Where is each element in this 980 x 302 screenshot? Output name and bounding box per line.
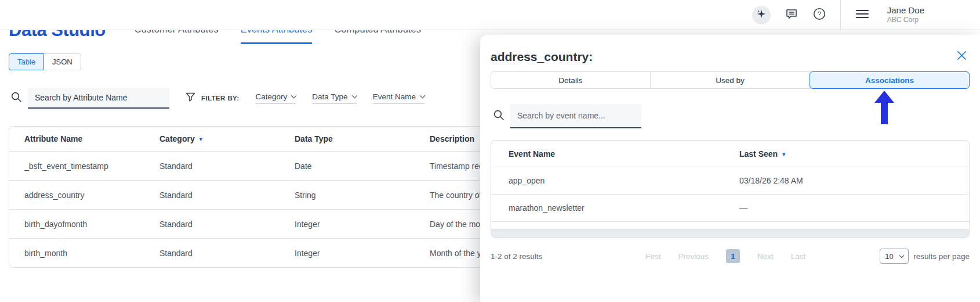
events-table: Event Name Last Seen▼ app_open 03/18/26 … xyxy=(491,140,970,238)
data-type-filter-label: Data Type xyxy=(312,92,347,101)
attribute-detail-modal: address_country: Details Used by Associa… xyxy=(480,35,980,302)
topbar-divider xyxy=(840,0,841,30)
tab-details[interactable]: Details xyxy=(491,72,651,88)
tab-used-by[interactable]: Used by xyxy=(651,72,810,88)
last-page-button[interactable]: Last xyxy=(791,252,806,261)
event-search-input[interactable] xyxy=(510,104,641,128)
table-empty-strip xyxy=(491,221,969,229)
cell-category: Standard xyxy=(159,220,295,229)
cell-data-type: Integer xyxy=(295,249,430,258)
feedback-button[interactable] xyxy=(785,7,798,23)
app-window: ? Jane Doe ABC Corp Data Studio Customer… xyxy=(0,0,980,302)
main-menu-button[interactable] xyxy=(855,8,870,23)
cell-last-seen: — xyxy=(739,203,969,213)
events-table-header: Event Name Last Seen▼ xyxy=(491,141,969,167)
close-button[interactable] xyxy=(956,50,967,63)
col-category-sort[interactable]: Category▼ xyxy=(159,134,295,143)
user-name: Jane Doe xyxy=(887,5,924,16)
cell-attribute-name: address_country xyxy=(24,190,159,200)
per-page-value: 10 xyxy=(885,252,893,261)
hamburger-menu-icon xyxy=(855,8,870,23)
cell-attribute-name: birth_dayofmonth xyxy=(24,220,159,229)
user-menu[interactable]: Jane Doe ABC Corp xyxy=(884,5,924,25)
table-view-button[interactable]: Table xyxy=(9,53,44,70)
cell-last-seen: 03/18/26 2:48 AM xyxy=(739,176,969,185)
cell-category: Standard xyxy=(159,161,295,171)
user-org: ABC Corp xyxy=(887,16,924,24)
help-button[interactable]: ? xyxy=(812,7,826,23)
sparkle-icon xyxy=(757,9,766,21)
modal-title: address_country: xyxy=(491,50,593,64)
horizontal-scrollbar[interactable] xyxy=(491,229,969,238)
modal-search-row xyxy=(493,104,970,128)
modal-tabs: Details Used by Associations xyxy=(491,71,970,89)
cell-data-type: Date xyxy=(295,161,430,171)
help-icon: ? xyxy=(812,7,826,23)
search-icon xyxy=(493,109,504,123)
cell-attribute-name: _bsft_event_timestamp xyxy=(24,161,159,171)
previous-page-button[interactable]: Previous xyxy=(678,252,709,261)
cell-event-name: app_open xyxy=(509,176,739,185)
cell-event-name: marathon_newsletter xyxy=(509,203,739,213)
ai-assistant-button[interactable] xyxy=(752,6,771,24)
event-name-filter-label: Event Name xyxy=(373,92,416,101)
close-icon xyxy=(956,53,967,63)
per-page-control: 10 results per page xyxy=(880,249,970,264)
cell-category: Standard xyxy=(159,249,295,258)
col-event-name[interactable]: Event Name xyxy=(509,149,739,159)
chevron-down-icon xyxy=(351,93,357,99)
chevron-down-icon xyxy=(419,93,425,99)
sort-desc-icon: ▼ xyxy=(198,136,204,142)
filter-by-label: FILTER BY: xyxy=(201,95,239,102)
cell-data-type: Integer xyxy=(295,220,430,229)
attribute-search-input[interactable] xyxy=(28,88,169,109)
svg-text:?: ? xyxy=(818,10,821,17)
results-per-page-select[interactable]: 10 xyxy=(880,249,909,264)
category-filter-label: Category xyxy=(256,92,288,101)
filter-icon xyxy=(186,92,195,105)
current-page-button[interactable]: 1 xyxy=(726,249,740,263)
tab-associations[interactable]: Associations xyxy=(810,71,970,89)
chevron-down-icon xyxy=(899,253,904,257)
chat-icon xyxy=(785,7,798,23)
topbar: ? Jane Doe ABC Corp xyxy=(0,0,980,30)
json-view-button[interactable]: JSON xyxy=(43,53,81,70)
first-page-button[interactable]: First xyxy=(645,252,660,261)
col-data-type[interactable]: Data Type xyxy=(295,134,430,143)
pagination-nav: First Previous 1 Next Last xyxy=(645,249,805,263)
table-row: app_open 03/18/26 2:48 AM xyxy=(491,167,969,194)
pagination: 1-2 of 2 results First Previous 1 Next L… xyxy=(491,249,970,264)
cell-attribute-name: birth_month xyxy=(24,249,159,258)
col-attribute-name[interactable]: Attribute Name xyxy=(24,134,159,143)
table-row: marathon_newsletter — xyxy=(491,194,969,221)
category-filter-dropdown[interactable]: Category xyxy=(256,92,296,104)
search-icon xyxy=(10,91,22,105)
per-page-label: results per page xyxy=(913,252,970,261)
col-last-seen-sort[interactable]: Last Seen▼ xyxy=(739,149,969,159)
modal-header: address_country: xyxy=(491,50,970,64)
results-summary: 1-2 of 2 results xyxy=(491,252,542,261)
annotation-arrow-up-icon xyxy=(874,91,894,127)
event-name-filter-dropdown[interactable]: Event Name xyxy=(373,92,424,104)
next-page-button[interactable]: Next xyxy=(757,252,774,261)
sort-desc-icon: ▼ xyxy=(781,152,786,157)
data-type-filter-dropdown[interactable]: Data Type xyxy=(312,92,356,104)
view-toggle: Table JSON xyxy=(9,53,81,70)
cell-data-type: String xyxy=(295,190,430,200)
chevron-down-icon xyxy=(291,93,297,99)
cell-category: Standard xyxy=(159,190,295,200)
